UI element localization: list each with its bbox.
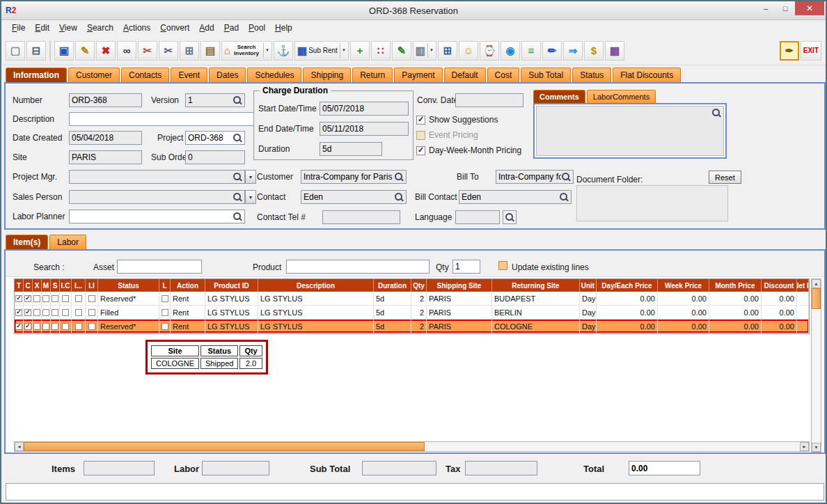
event-pricing-checkbox[interactable] [416, 131, 425, 140]
items-tab-item-s[interactable]: Item(s) [6, 235, 48, 249]
column-header-description[interactable]: Description [258, 279, 374, 292]
labor-planner-field[interactable] [69, 210, 245, 223]
row-checkbox[interactable] [33, 323, 40, 330]
row-checkbox[interactable] [15, 295, 22, 302]
row-checkbox[interactable] [52, 309, 58, 316]
table-row[interactable]: FilledRentLG STYLUSLG STYLUS5d2PARISBERL… [15, 306, 809, 320]
column-header-qty[interactable]: Qty [411, 279, 427, 292]
customer-lookup-icon[interactable] [394, 172, 404, 182]
search-inventory-button-dropdown[interactable] [263, 43, 269, 58]
tab-cost[interactable]: Cost [487, 68, 520, 82]
row-checkbox[interactable] [42, 309, 49, 316]
tab-status[interactable]: Status [572, 68, 611, 82]
comments-textarea[interactable] [536, 106, 724, 156]
column-header-l[interactable]: L [159, 279, 171, 292]
l-checkbox[interactable] [162, 295, 168, 302]
update-existing-lines-checkbox[interactable] [498, 261, 507, 270]
number-field[interactable]: ORD-368 [69, 93, 142, 107]
column-header-x[interactable]: X [33, 279, 42, 292]
language-field[interactable] [455, 210, 500, 224]
table-row[interactable]: Reserved*RentLG STYLUSLG STYLUS5d2PARISB… [15, 292, 809, 306]
menu-search[interactable]: Search [82, 21, 118, 35]
scissors-icon[interactable]: ✂ [159, 41, 178, 61]
ship-icon[interactable]: ⚓ [274, 41, 293, 61]
tab-shipping[interactable]: Shipping [303, 68, 351, 82]
l-checkbox[interactable] [162, 323, 168, 330]
bill-contact-field[interactable]: Eden [459, 190, 572, 204]
row-checkbox[interactable] [15, 323, 22, 330]
sales-person-dropdown-button[interactable] [245, 190, 256, 204]
conv-date-field[interactable] [455, 93, 523, 107]
end-date-field[interactable]: 05/11/2018 [320, 122, 409, 136]
project-lookup-icon[interactable] [233, 133, 242, 143]
tab-payment[interactable]: Payment [394, 68, 442, 82]
sub-rent-button-dropdown[interactable] [340, 43, 346, 58]
save-icon[interactable]: ▣ [54, 41, 74, 61]
tab-dates[interactable]: Dates [209, 68, 246, 82]
contact-field[interactable]: Eden [301, 190, 407, 204]
row-checkbox[interactable] [52, 295, 58, 302]
horizontal-scroll-thumb[interactable] [24, 442, 425, 451]
column-header-returning-site[interactable]: Returning Site [492, 279, 580, 292]
tab-return[interactable]: Return [352, 68, 393, 82]
tab-sub-total[interactable]: Sub Total [521, 68, 571, 82]
version-field[interactable]: 1 [185, 93, 245, 107]
customer-field[interactable]: Intra-Company for Paris Sh [301, 170, 407, 184]
grand-total-field[interactable]: 0.00 [629, 461, 700, 475]
row-checkbox[interactable] [33, 295, 40, 302]
column-header-action[interactable]: Action [171, 279, 205, 292]
contact-tel-field[interactable] [322, 210, 400, 224]
version-lookup-icon[interactable] [233, 95, 242, 105]
column-header-day-each-price[interactable]: Day/Each Price [597, 279, 658, 292]
minimize-button[interactable]: – [756, 1, 775, 15]
row-checkbox[interactable] [24, 323, 31, 330]
status-bar[interactable] [6, 483, 824, 501]
duration-field[interactable]: 5d [320, 142, 382, 156]
project-mgr-lookup-icon[interactable] [233, 172, 242, 182]
tab-contacts[interactable]: Contacts [121, 68, 169, 82]
project-mgr-field[interactable] [69, 170, 245, 184]
sales-person-field[interactable] [69, 190, 245, 204]
column-header-status[interactable]: Status [98, 279, 159, 292]
column-header-i[interactable]: I... [72, 279, 86, 292]
edit-note-icon[interactable]: ✎ [392, 41, 411, 61]
vertical-scrollbar[interactable] [811, 278, 821, 452]
menu-convert[interactable]: Convert [155, 21, 194, 35]
row-checkbox[interactable] [24, 309, 31, 316]
print-forms-icon[interactable]: ⊞ [438, 41, 457, 61]
tab-event[interactable]: Event [171, 68, 207, 82]
bill-to-field[interactable]: Intra-Company for Paris Sh [496, 170, 574, 184]
menu-pool[interactable]: Pool [244, 21, 270, 35]
smiley-icon[interactable]: ☺ [459, 41, 478, 61]
project-mgr-dropdown-button[interactable] [245, 170, 256, 184]
menu-pad[interactable]: Pad [219, 21, 244, 35]
exit-button[interactable]: EXIT [801, 41, 821, 61]
books-stack-icon[interactable]: ≡ [521, 41, 541, 61]
row-checkbox[interactable] [62, 323, 69, 330]
column-header-discount[interactable]: Discount [762, 279, 797, 292]
column-header-unit[interactable]: Unit [580, 279, 597, 292]
copy-icon[interactable]: ⊞ [180, 41, 199, 61]
add-item-icon[interactable]: + [350, 41, 370, 61]
sub-total-field[interactable] [362, 461, 436, 475]
edit-pencil-icon[interactable]: ✎ [75, 41, 95, 61]
scroll-up-arrow[interactable] [812, 279, 821, 288]
contact-lookup-icon[interactable] [394, 192, 404, 202]
row-checkbox[interactable] [88, 295, 95, 302]
labor-total-field[interactable] [202, 461, 269, 475]
menu-file[interactable]: File [7, 21, 30, 35]
copies-stack-icon[interactable]: ▥ [413, 41, 436, 61]
menu-edit[interactable]: Edit [30, 21, 54, 35]
row-checkbox[interactable] [75, 323, 82, 330]
edit-document-icon[interactable]: ✏ [542, 41, 562, 61]
column-header-month-price[interactable]: Month Price [709, 279, 762, 292]
column-header-s[interactable]: S [51, 279, 60, 292]
menu-add[interactable]: Add [194, 21, 219, 35]
show-suggestions-checkbox[interactable] [416, 116, 425, 125]
report-cubes-icon[interactable]: ▦ [605, 41, 624, 61]
language-lookup-button[interactable] [503, 210, 517, 224]
column-header-i-c[interactable]: I.C [60, 279, 72, 292]
tab-schedules[interactable]: Schedules [247, 68, 301, 82]
labor-planner-lookup-icon[interactable] [233, 212, 242, 221]
document-folder-box[interactable] [576, 185, 728, 221]
